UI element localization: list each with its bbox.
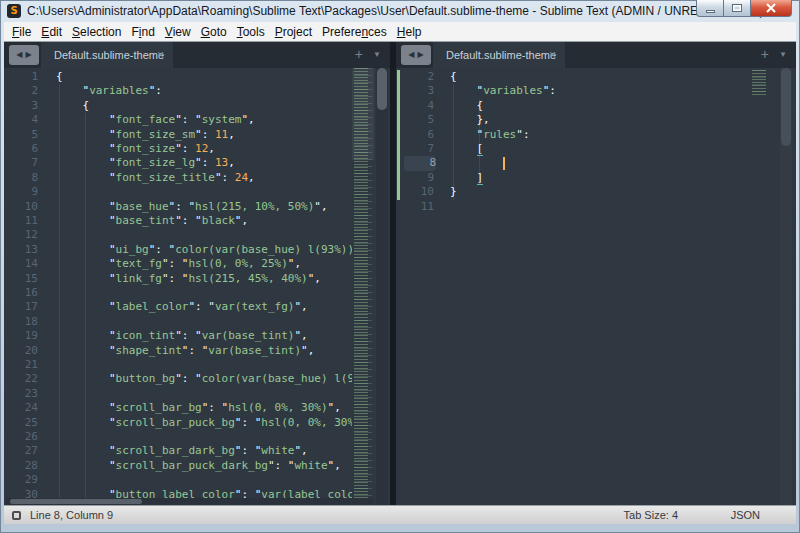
code-line[interactable]: "font_size_sm": 11, <box>56 128 235 142</box>
menu-item-selection[interactable]: Selection <box>67 23 126 41</box>
code-lines[interactable]: { "variables": { "font_face": "system", … <box>56 70 352 505</box>
menu-item-project[interactable]: Project <box>270 23 317 41</box>
line-number: 1 <box>4 70 38 84</box>
status-syntax[interactable]: JSON <box>731 509 760 521</box>
menu-item-view[interactable]: View <box>160 23 196 41</box>
new-tab-button[interactable]: + <box>761 46 769 62</box>
code-line[interactable]: "font_face": "system", <box>56 113 255 127</box>
app-window: S C:\Users\Administrator\AppData\Roaming… <box>0 0 800 533</box>
tab-scroll-buttons[interactable]: ◀ ▶ <box>401 45 431 65</box>
code-line[interactable]: "shape_tint": "var(base_tint)", <box>56 344 314 358</box>
minimap[interactable] <box>352 68 374 505</box>
vertical-scrollbar-thumb[interactable] <box>377 68 387 110</box>
tab-close-icon[interactable]: × <box>157 48 164 62</box>
code-line[interactable]: "icon_tint": "var(base_tint)", <box>56 329 308 343</box>
horizontal-scrollbar-thumb[interactable] <box>10 499 142 504</box>
status-cursor-position: Line 8, Column 9 <box>30 509 113 521</box>
menu-item-find[interactable]: Find <box>126 23 159 41</box>
tab-close-icon[interactable]: × <box>549 48 556 62</box>
line-number: 2 <box>396 70 434 84</box>
vertical-scrollbar[interactable] <box>780 68 792 505</box>
maximize-button[interactable] <box>724 0 750 17</box>
close-button[interactable] <box>750 0 792 17</box>
tab-bar: ◀ ▶ Default.sublime-theme × + ▼ <box>4 42 390 68</box>
status-tab-size[interactable]: Tab Size: 4 <box>624 509 678 521</box>
line-number: 18 <box>4 315 38 329</box>
line-number: 6 <box>396 128 434 142</box>
code-line[interactable]: }, <box>450 113 490 127</box>
editor-area: ◀ ▶ Default.sublime-theme × + ▼ 12345678… <box>4 42 796 505</box>
tab-scroll-left-icon[interactable]: ◀ <box>408 51 414 59</box>
code-area[interactable]: 1234567891011121314151617181920212223242… <box>4 68 390 505</box>
minimize-button[interactable] <box>696 0 724 17</box>
code-line[interactable]: ] <box>450 171 483 185</box>
code-line[interactable]: [ <box>450 142 483 156</box>
line-number: 3 <box>396 84 434 98</box>
code-line[interactable]: "ui_bg": "color(var(base_hue) l(93%)) <box>56 243 352 257</box>
menu-item-tools[interactable]: Tools <box>232 23 270 41</box>
code-line[interactable]: "scroll_bar_puck_bg": "hsl(0, 0%, 30% <box>56 416 352 430</box>
text-caret <box>503 157 505 170</box>
tab-default-sublime-theme[interactable]: Default.sublime-theme × <box>433 42 565 68</box>
line-number: 22 <box>4 372 38 386</box>
vertical-scrollbar[interactable] <box>376 68 388 505</box>
minimap[interactable] <box>750 70 766 96</box>
code-line[interactable]: "scroll_bar_dark_bg": "white", <box>56 444 308 458</box>
code-line[interactable]: "link_fg": "hsl(215, 45%, 40%)", <box>56 272 321 286</box>
sublime-panel-icon[interactable] <box>12 511 21 520</box>
line-number: 29 <box>4 473 38 487</box>
line-number: 5 <box>396 113 434 127</box>
tab-scroll-buttons[interactable]: ◀ ▶ <box>9 45 39 65</box>
status-bar: Line 8, Column 9 Tab Size: 4 JSON <box>4 505 796 524</box>
line-number: 27 <box>4 444 38 458</box>
tab-scroll-right-icon[interactable]: ▶ <box>26 51 32 59</box>
tab-list-dropdown-icon[interactable]: ▼ <box>373 50 381 59</box>
code-line[interactable]: "font_size": 12, <box>56 142 215 156</box>
line-number: 15 <box>4 272 38 286</box>
window-controls <box>696 0 792 17</box>
code-line[interactable]: { <box>56 70 63 84</box>
vertical-scrollbar-thumb[interactable] <box>781 68 791 146</box>
code-line[interactable]: "text_fg": "hsl(0, 0%, 25%)", <box>56 257 301 271</box>
line-number: 8 <box>4 171 38 185</box>
window-titlebar[interactable]: S C:\Users\Administrator\AppData\Roaming… <box>0 0 800 22</box>
code-area[interactable]: 234567891011 { "variables": { }, "rules"… <box>396 68 796 505</box>
line-number: 23 <box>4 387 38 401</box>
code-line[interactable]: "variables": <box>56 84 162 98</box>
gutter: 234567891011 <box>396 70 440 505</box>
line-number: 3 <box>4 99 38 113</box>
code-line[interactable]: "scroll_bar_bg": "hsl(0, 0%, 30%)", <box>56 401 341 415</box>
menu-item-preferences[interactable]: Preferences <box>317 23 392 41</box>
code-line[interactable]: "button_bg": "color(var(base_hue) l(9 <box>56 372 352 386</box>
tab-scroll-left-icon[interactable]: ◀ <box>16 51 22 59</box>
code-line[interactable]: "scroll_bar_puck_dark_bg": "white", <box>56 459 341 473</box>
code-line[interactable]: { <box>450 99 483 113</box>
line-number: 11 <box>396 200 434 214</box>
menu-item-help[interactable]: Help <box>392 23 427 41</box>
code-lines[interactable]: { "variables": { }, "rules": [ ]} <box>450 70 750 505</box>
code-line[interactable]: "rules": <box>450 128 530 142</box>
code-line[interactable]: "base_tint": "black", <box>56 214 248 228</box>
menu-item-goto[interactable]: Goto <box>196 23 232 41</box>
new-tab-button[interactable]: + <box>355 46 363 62</box>
horizontal-scrollbar[interactable] <box>6 498 374 505</box>
code-line[interactable]: { <box>56 99 89 113</box>
line-number: 4 <box>396 99 434 113</box>
code-line[interactable]: "font_size_lg": 13, <box>56 156 235 170</box>
line-number: 9 <box>4 185 38 199</box>
tab-default-sublime-theme[interactable]: Default.sublime-theme × <box>41 42 173 68</box>
tab-list-dropdown-icon[interactable]: ▼ <box>779 50 787 59</box>
menu-item-file[interactable]: File <box>7 23 36 41</box>
code-line[interactable]: "base_hue": "hsl(215, 10%, 50%)", <box>56 200 328 214</box>
code-line[interactable]: { <box>450 70 457 84</box>
tab-title: Default.sublime-theme <box>446 49 556 61</box>
line-number: 12 <box>4 228 38 242</box>
code-line[interactable]: "font_size_title": 24, <box>56 171 255 185</box>
menu-item-edit[interactable]: Edit <box>36 23 67 41</box>
code-line[interactable]: "variables": <box>450 84 556 98</box>
tab-scroll-right-icon[interactable]: ▶ <box>418 51 424 59</box>
code-line[interactable]: } <box>450 185 457 199</box>
code-line[interactable]: "label_color": "var(text_fg)", <box>56 300 308 314</box>
line-number: 11 <box>4 214 38 228</box>
code-line[interactable] <box>450 156 503 170</box>
